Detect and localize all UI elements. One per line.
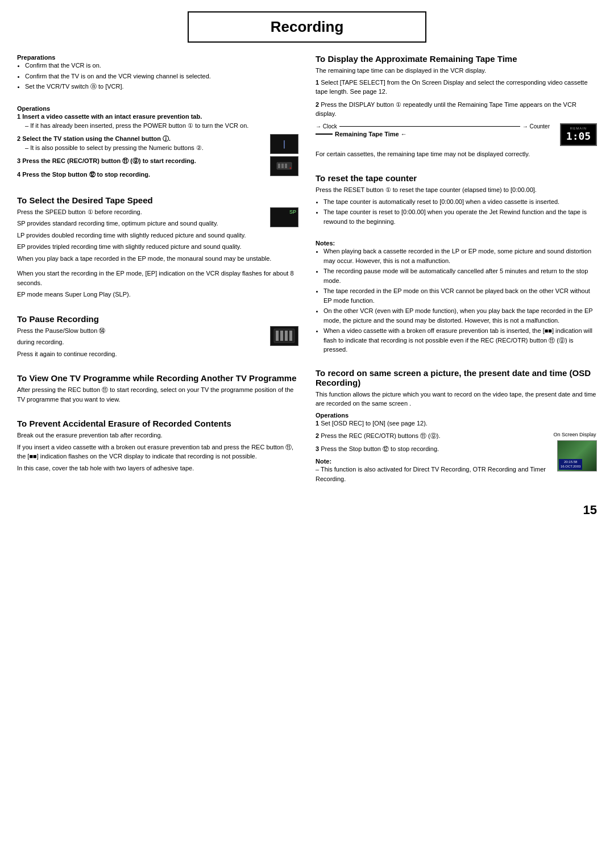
title-box: Recording xyxy=(188,11,426,43)
osd-steps: 1 Set [OSD REC] to [ON] (see page 12). O… xyxy=(316,419,597,454)
pause-content: Press the Pause/Slow button ⑭ during rec… xyxy=(17,326,298,361)
prevent-heading: To Prevent Accidental Erasure of Recorde… xyxy=(17,419,298,428)
tape-ep-note1: When you start the recording in the EP m… xyxy=(17,269,298,287)
pause-section: To Pause Recording Press the Pause/Slow … xyxy=(17,314,298,361)
osd-section: To record on same screen a picture, the … xyxy=(316,368,597,486)
remaining-heading: To Display the Approximate Remaining Tap… xyxy=(316,54,597,64)
tape-monaural: When you play back a tape recorded in th… xyxy=(17,254,298,264)
preparations-heading: Preparations xyxy=(17,54,298,61)
tape-lp: LP provides doubled recording time with … xyxy=(17,231,298,240)
notes-section: Notes: When playing back a cassette reco… xyxy=(316,240,597,356)
osd-intro: This function allows the picture which y… xyxy=(316,390,597,408)
note-3: The tape recorded in the EP mode on this… xyxy=(323,286,597,305)
vcr-display-sp: SP xyxy=(270,207,298,227)
reset-section: To reset the tape counter Press the RESE… xyxy=(316,173,597,227)
note-2: The recording pause mode will be automat… xyxy=(323,266,597,285)
osd-image: 20:15.58 16.OCT.2003 xyxy=(557,440,597,471)
op-step-3: ● 3 Press the REC (REC/OTR) button ⑪ (ⓖ)… xyxy=(17,156,298,166)
prevent-text2: If you insert a video cassette with a br… xyxy=(17,443,298,461)
svg-rect-8 xyxy=(285,331,288,341)
view-one-section: To View One TV Programme while Recording… xyxy=(17,373,298,406)
counter-label: → Counter xyxy=(522,123,550,130)
tape-ep-note2: EP mode means Super Long Play (SLP). xyxy=(17,290,298,299)
operations-heading: Operations xyxy=(17,105,298,112)
vcr-display-rec: ● xyxy=(270,156,298,176)
operations-section: Operations 1 Insert a video cassette wit… xyxy=(17,105,298,183)
osd-step-2: On Screen Display 20:15.58 16.OCT.2003 2… xyxy=(316,431,597,441)
prep-item-3: Set the VCR/TV switch ⓐ to [VCR]. xyxy=(25,82,298,91)
osd-overlay: 20:15.58 16.OCT.2003 xyxy=(559,459,582,470)
remaining-step-1: 1 Select [TAPE SELECT] from the On Scree… xyxy=(316,78,597,97)
step3-text: Press the REC (REC/OTR) button ⑪ (ⓖ) to … xyxy=(22,157,196,164)
step2-text: Select the TV station using the Channel … xyxy=(22,135,171,142)
right-column: To Display the Approximate Remaining Tap… xyxy=(316,54,597,491)
step1-text: Insert a video cassette with an intact e… xyxy=(22,113,202,120)
op-step-2: | 2 Select the TV station using the Chan… xyxy=(17,134,298,153)
reset-list: The tape counter is automatically reset … xyxy=(323,197,597,227)
preparations-section: Preparations Confirm that the VCR is on.… xyxy=(17,54,298,93)
page-container: Recording Preparations Confirm that the … xyxy=(17,11,597,518)
osd-step-1: 1 Set [OSD REC] to [ON] (see page 12). xyxy=(316,419,597,428)
svg-rect-9 xyxy=(289,331,292,341)
remaining-section: To Display the Approximate Remaining Tap… xyxy=(316,54,597,161)
view-one-heading: To View One TV Programme while Recording… xyxy=(17,373,298,383)
svg-text:●: ● xyxy=(289,166,291,169)
tape-ep: EP provides tripled recording time with … xyxy=(17,242,298,252)
prevent-text1: Break out the erasure prevention tab aft… xyxy=(17,431,298,440)
prep-item-2: Confirm that the TV is on and the VCR vi… xyxy=(25,72,298,81)
view-one-text: After pressing the REC button ⑪ to start… xyxy=(17,385,298,404)
pause-intro: Press the Pause/Slow button ⑭ xyxy=(17,326,298,336)
reset-intro: Press the RESET button ① to reset the ta… xyxy=(316,185,597,195)
preparations-list: Confirm that the VCR is on. Confirm that… xyxy=(25,61,298,91)
remaining-intro: The remaining tape time can be displayed… xyxy=(316,66,597,76)
notes-list: When playing back a cassette recorded in… xyxy=(323,247,597,354)
operations-list: 1 Insert a video cassette with an intact… xyxy=(17,112,298,180)
tape-speed-section: To Select the Desired Tape Speed SP Pres… xyxy=(17,195,298,302)
clock-label: → Clock xyxy=(316,123,337,130)
note-1: When playing back a cassette recorded in… xyxy=(323,247,597,265)
svg-rect-3 xyxy=(285,164,287,168)
svg-rect-1 xyxy=(278,164,280,168)
tape-sp: SP provides standard recording time, opt… xyxy=(17,219,298,228)
tape-time-labels: → Clock → Counter Remaining Tape Time ← xyxy=(316,123,550,137)
step4-text: Press the Stop button ⑫ to stop recordin… xyxy=(22,171,150,178)
reset-heading: To reset the tape counter xyxy=(316,173,597,183)
pause-outro: Press it again to continue recording. xyxy=(17,349,298,359)
reset-item-1: The tape counter is automatically reset … xyxy=(323,197,597,207)
vcr-display-pause xyxy=(270,326,298,346)
note-5: When a video cassette with a broken off … xyxy=(323,326,597,354)
vcr-display-channel: | xyxy=(270,134,298,154)
page-number: 15 xyxy=(17,503,597,518)
reset-item-2: The tape counter is reset to [0:00.00] w… xyxy=(323,207,597,226)
op-step-1: 1 Insert a video cassette with an intact… xyxy=(17,112,298,131)
remaining-note: For certain cassettes, the remaining tap… xyxy=(316,149,597,159)
tape-speed-heading: To Select the Desired Tape Speed xyxy=(17,195,298,205)
tape-speed-content: SP Press the SPEED button ① before recor… xyxy=(17,207,298,266)
svg-rect-7 xyxy=(280,331,283,341)
prevent-text3: In this case, cover the tab hole with tw… xyxy=(17,464,298,473)
svg-rect-6 xyxy=(276,331,279,341)
tape-speed-intro: Press the SPEED button ① before recordin… xyxy=(17,207,298,217)
pause-mid: during recording. xyxy=(17,337,298,347)
tape-time-diagram: → Clock → Counter Remaining Tape Time ← … xyxy=(316,123,597,146)
remaining-step-2: 2 Press the DISPLAY button ① repeatedly … xyxy=(316,100,597,119)
step1-sub: – If it has already been inserted, press… xyxy=(25,121,298,131)
notes-heading: Notes: xyxy=(316,240,597,247)
on-screen-display-label: On Screen Display xyxy=(553,431,597,439)
note-4: On the other VCR (even with EP mode func… xyxy=(323,306,597,325)
pause-heading: To Pause Recording xyxy=(17,314,298,324)
prevent-section: To Prevent Accidental Erasure of Recorde… xyxy=(17,419,298,475)
osd-heading: To record on same screen a picture, the … xyxy=(316,368,597,387)
osd-ops-heading: Operations xyxy=(316,412,597,419)
remain-display: REMAIN 1:05 xyxy=(560,123,597,146)
remaining-steps: 1 Select [TAPE SELECT] from the On Scree… xyxy=(316,78,597,119)
prep-item-1: Confirm that the VCR is on. xyxy=(25,61,298,70)
page-title: Recording xyxy=(200,18,414,36)
main-content: Preparations Confirm that the VCR is on.… xyxy=(17,54,597,491)
step2-sub: – It is also possible to select by press… xyxy=(25,143,298,153)
op-step-4: 4 Press the Stop button ⑫ to stop record… xyxy=(17,170,298,180)
left-column: Preparations Confirm that the VCR is on.… xyxy=(17,54,298,491)
remaining-tape-label: Remaining Tape Time ← xyxy=(335,131,407,137)
svg-rect-2 xyxy=(281,164,284,168)
